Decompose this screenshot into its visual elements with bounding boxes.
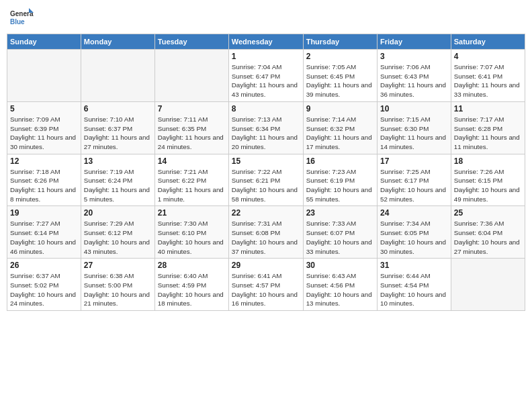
day-info: Sunrise: 7:13 AM Sunset: 6:34 PM Dayligh…: [232, 115, 300, 152]
day-number: 21: [158, 208, 226, 218]
day-info: Sunrise: 7:25 AM Sunset: 6:17 PM Dayligh…: [380, 167, 448, 204]
day-info: Sunrise: 7:11 AM Sunset: 6:35 PM Dayligh…: [158, 115, 226, 152]
calendar-cell: [7, 50, 81, 102]
day-number: 27: [84, 261, 152, 270]
day-number: 12: [10, 156, 78, 166]
day-info: Sunrise: 7:29 AM Sunset: 6:12 PM Dayligh…: [84, 219, 152, 256]
calendar-week-row: 26Sunrise: 6:37 AM Sunset: 5:02 PM Dayli…: [7, 259, 525, 311]
day-info: Sunrise: 7:17 AM Sunset: 6:28 PM Dayligh…: [454, 115, 522, 152]
calendar-header-row: SundayMondayTuesdayWednesdayThursdayFrid…: [7, 34, 525, 50]
day-info: Sunrise: 7:05 AM Sunset: 6:45 PM Dayligh…: [306, 62, 374, 99]
calendar-cell: 1Sunrise: 7:04 AM Sunset: 6:47 PM Daylig…: [228, 50, 303, 102]
calendar-cell: 6Sunrise: 7:10 AM Sunset: 6:37 PM Daylig…: [81, 101, 154, 154]
svg-text:Blue: Blue: [10, 18, 25, 26]
calendar-cell: 4Sunrise: 7:07 AM Sunset: 6:41 PM Daylig…: [451, 50, 525, 102]
calendar-cell: 29Sunrise: 6:41 AM Sunset: 4:57 PM Dayli…: [228, 259, 303, 311]
calendar-cell: 31Sunrise: 6:44 AM Sunset: 4:54 PM Dayli…: [377, 259, 451, 311]
day-info: Sunrise: 7:07 AM Sunset: 6:41 PM Dayligh…: [454, 62, 522, 99]
calendar-cell: 23Sunrise: 7:33 AM Sunset: 6:07 PM Dayli…: [303, 206, 377, 259]
weekday-header-sunday: Sunday: [7, 34, 81, 50]
logo-svg: General Blue: [9, 7, 34, 31]
calendar-cell: 13Sunrise: 7:19 AM Sunset: 6:24 PM Dayli…: [81, 154, 154, 206]
calendar-cell: 15Sunrise: 7:22 AM Sunset: 6:21 PM Dayli…: [228, 154, 303, 206]
day-info: Sunrise: 7:36 AM Sunset: 6:04 PM Dayligh…: [454, 219, 522, 256]
calendar-cell: 18Sunrise: 7:26 AM Sunset: 6:15 PM Dayli…: [451, 154, 525, 206]
calendar-week-row: 1Sunrise: 7:04 AM Sunset: 6:47 PM Daylig…: [7, 50, 525, 102]
weekday-header-thursday: Thursday: [303, 34, 377, 50]
calendar-week-row: 12Sunrise: 7:18 AM Sunset: 6:26 PM Dayli…: [7, 154, 525, 206]
day-info: Sunrise: 7:14 AM Sunset: 6:32 PM Dayligh…: [306, 115, 374, 152]
day-info: Sunrise: 6:43 AM Sunset: 4:56 PM Dayligh…: [306, 271, 374, 308]
day-info: Sunrise: 7:23 AM Sunset: 6:19 PM Dayligh…: [306, 167, 374, 204]
calendar-cell: 16Sunrise: 7:23 AM Sunset: 6:19 PM Dayli…: [303, 154, 377, 206]
day-info: Sunrise: 6:41 AM Sunset: 4:57 PM Dayligh…: [232, 271, 300, 308]
day-number: 19: [10, 208, 78, 218]
calendar-cell: [81, 50, 154, 102]
day-number: 25: [454, 208, 522, 218]
day-number: 29: [232, 261, 300, 270]
day-info: Sunrise: 7:27 AM Sunset: 6:14 PM Dayligh…: [10, 219, 78, 256]
day-number: 28: [158, 261, 226, 270]
calendar-cell: 21Sunrise: 7:30 AM Sunset: 6:10 PM Dayli…: [154, 206, 228, 259]
calendar-cell: 27Sunrise: 6:38 AM Sunset: 5:00 PM Dayli…: [81, 259, 154, 311]
day-number: 4: [454, 52, 522, 61]
weekday-header-tuesday: Tuesday: [154, 34, 228, 50]
day-number: 15: [232, 156, 300, 166]
day-number: 18: [454, 156, 522, 166]
day-info: Sunrise: 6:44 AM Sunset: 4:54 PM Dayligh…: [380, 271, 448, 308]
calendar-cell: 17Sunrise: 7:25 AM Sunset: 6:17 PM Dayli…: [377, 154, 451, 206]
day-info: Sunrise: 7:21 AM Sunset: 6:22 PM Dayligh…: [158, 167, 226, 204]
day-info: Sunrise: 7:30 AM Sunset: 6:10 PM Dayligh…: [158, 219, 226, 256]
day-number: 23: [306, 208, 374, 218]
day-number: 10: [380, 104, 448, 113]
day-number: 17: [380, 156, 448, 166]
calendar-cell: 22Sunrise: 7:31 AM Sunset: 6:08 PM Dayli…: [228, 206, 303, 259]
day-info: Sunrise: 7:19 AM Sunset: 6:24 PM Dayligh…: [84, 167, 152, 204]
day-number: 14: [158, 156, 226, 166]
day-info: Sunrise: 7:09 AM Sunset: 6:39 PM Dayligh…: [10, 115, 78, 152]
calendar-cell: [154, 50, 228, 102]
day-number: 11: [454, 104, 522, 113]
calendar-cell: 11Sunrise: 7:17 AM Sunset: 6:28 PM Dayli…: [451, 101, 525, 154]
calendar-cell: 9Sunrise: 7:14 AM Sunset: 6:32 PM Daylig…: [303, 101, 377, 154]
day-info: Sunrise: 6:38 AM Sunset: 5:00 PM Dayligh…: [84, 271, 152, 308]
day-info: Sunrise: 7:04 AM Sunset: 6:47 PM Dayligh…: [232, 62, 300, 99]
calendar-cell: 3Sunrise: 7:06 AM Sunset: 6:43 PM Daylig…: [377, 50, 451, 102]
day-info: Sunrise: 7:18 AM Sunset: 6:26 PM Dayligh…: [10, 167, 78, 204]
day-number: 5: [10, 104, 78, 113]
day-number: 22: [232, 208, 300, 218]
day-info: Sunrise: 6:37 AM Sunset: 5:02 PM Dayligh…: [10, 271, 78, 308]
calendar: SundayMondayTuesdayWednesdayThursdayFrid…: [7, 34, 525, 311]
weekday-header-wednesday: Wednesday: [228, 34, 303, 50]
day-number: 3: [380, 52, 448, 61]
day-info: Sunrise: 6:40 AM Sunset: 4:59 PM Dayligh…: [158, 271, 226, 308]
day-info: Sunrise: 7:34 AM Sunset: 6:05 PM Dayligh…: [380, 219, 448, 256]
weekday-header-monday: Monday: [81, 34, 154, 50]
logo: General Blue: [9, 7, 34, 31]
calendar-cell: 5Sunrise: 7:09 AM Sunset: 6:39 PM Daylig…: [7, 101, 81, 154]
calendar-week-row: 19Sunrise: 7:27 AM Sunset: 6:14 PM Dayli…: [7, 206, 525, 259]
calendar-cell: 28Sunrise: 6:40 AM Sunset: 4:59 PM Dayli…: [154, 259, 228, 311]
weekday-header-friday: Friday: [377, 34, 451, 50]
day-number: 1: [232, 52, 300, 61]
day-number: 6: [84, 104, 152, 113]
calendar-cell: 30Sunrise: 6:43 AM Sunset: 4:56 PM Dayli…: [303, 259, 377, 311]
calendar-cell: 26Sunrise: 6:37 AM Sunset: 5:02 PM Dayli…: [7, 259, 81, 311]
day-number: 7: [158, 104, 226, 113]
day-number: 30: [306, 261, 374, 270]
weekday-header-saturday: Saturday: [451, 34, 525, 50]
calendar-cell: 25Sunrise: 7:36 AM Sunset: 6:04 PM Dayli…: [451, 206, 525, 259]
day-info: Sunrise: 7:06 AM Sunset: 6:43 PM Dayligh…: [380, 62, 448, 99]
calendar-cell: 19Sunrise: 7:27 AM Sunset: 6:14 PM Dayli…: [7, 206, 81, 259]
day-number: 9: [306, 104, 374, 113]
day-number: 26: [10, 261, 78, 270]
calendar-cell: 7Sunrise: 7:11 AM Sunset: 6:35 PM Daylig…: [154, 101, 228, 154]
day-number: 2: [306, 52, 374, 61]
header: General Blue: [7, 7, 525, 31]
day-number: 13: [84, 156, 152, 166]
day-info: Sunrise: 7:31 AM Sunset: 6:08 PM Dayligh…: [232, 219, 300, 256]
day-info: Sunrise: 7:10 AM Sunset: 6:37 PM Dayligh…: [84, 115, 152, 152]
calendar-cell: 12Sunrise: 7:18 AM Sunset: 6:26 PM Dayli…: [7, 154, 81, 206]
day-info: Sunrise: 7:26 AM Sunset: 6:15 PM Dayligh…: [454, 167, 522, 204]
calendar-cell: 10Sunrise: 7:15 AM Sunset: 6:30 PM Dayli…: [377, 101, 451, 154]
